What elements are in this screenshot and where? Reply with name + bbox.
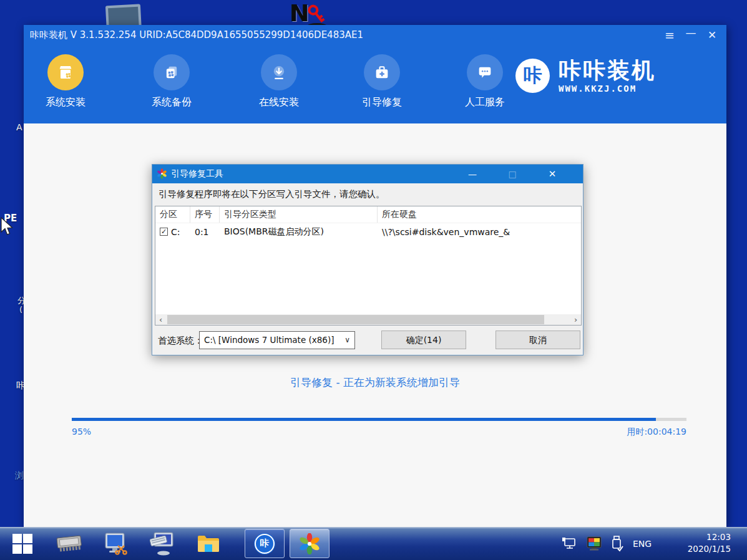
clock-date: 2020/1/15 (656, 543, 731, 555)
brand-site: WWW.KKZJ.COM (559, 84, 656, 94)
desktop-label-fragment: ( (19, 305, 22, 314)
desktop-label-fragment: A (16, 122, 22, 132)
nav-label: 引导修复 (343, 96, 421, 109)
nav-header: 系统安装 系统备份 (24, 45, 726, 123)
scroll-right-icon[interactable]: › (570, 314, 581, 325)
download-icon (261, 54, 297, 90)
partition-disk: \\?\scsi#disk&ven_vmware_& (378, 227, 581, 237)
chevron-down-icon: ∨ (344, 336, 350, 344)
elapsed-time: 用时:00:04:19 (627, 427, 686, 438)
taskbar: 咔 (0, 527, 747, 560)
taskbar-keyboard-pc-icon[interactable] (145, 527, 181, 560)
dialog-bottom-bar: 首选系统： C:\ [Windows 7 Ultimate (x86)] ∨ 确… (152, 326, 583, 355)
nav-label: 在线安装 (240, 96, 318, 109)
partition-index: 0:1 (190, 227, 220, 237)
kaka-badge-icon: 咔 (515, 59, 550, 93)
dialog-close-button[interactable]: ✕ (542, 165, 563, 183)
clock-time: 12:03 (656, 531, 731, 543)
column-header[interactable]: 分区 (155, 206, 190, 223)
minimize-button[interactable]: — (681, 25, 700, 45)
language-indicator[interactable]: ENG (633, 527, 652, 560)
partition-type: BIOS(MBR磁盘启动分区) (220, 226, 378, 238)
backup-copies-icon (154, 54, 190, 90)
nav-label: 系统备份 (133, 96, 210, 109)
close-button[interactable]: ✕ (703, 25, 721, 45)
nav-boot-repair[interactable]: 引导修复 (343, 54, 421, 109)
dialog-title: 引导修复工具 (171, 168, 223, 180)
progress-percent: 95% (72, 427, 91, 438)
display-color-tray-icon[interactable] (585, 527, 603, 560)
listview-header: 分区 序号 引导分区类型 所在硬盘 (155, 206, 581, 223)
cancel-button[interactable]: 取消 (496, 331, 580, 349)
menu-icon[interactable]: ≡ (660, 25, 679, 45)
install-box-icon (47, 54, 84, 90)
repair-kit-icon (364, 54, 400, 90)
preferred-system-label: 首选系统： (158, 335, 203, 347)
nav-label: 系统安装 (27, 96, 104, 109)
windows-logo-icon (12, 534, 32, 554)
progress-bar (72, 418, 686, 421)
scrollbar-thumb[interactable] (167, 315, 544, 324)
taskbar-boot-repair-button[interactable] (290, 529, 330, 558)
app-titlebar[interactable]: 咔咔装机 V 3.1.532.254 URID:A5C84DD9A1655055… (24, 25, 726, 45)
column-header[interactable]: 引导分区类型 (220, 206, 378, 223)
network-tray-icon[interactable] (560, 527, 578, 560)
nav-human-service[interactable]: 人工服务 (446, 54, 524, 109)
pinwheel-icon (157, 168, 167, 179)
usb-tray-icon[interactable] (610, 527, 624, 560)
preferred-system-value: C:\ [Windows 7 Ultimate (x86)] (204, 335, 340, 345)
taskbar-file-explorer-icon[interactable] (192, 527, 225, 560)
dialog-message: 引导修复程序即将在以下分区写入引导文件，请您确认。 (159, 188, 385, 200)
partition-row[interactable]: ✓ C: 0:1 BIOS(MBR磁盘启动分区) \\?\scsi#disk&v… (155, 223, 581, 240)
nav-system-backup[interactable]: 系统备份 (133, 54, 210, 109)
preferred-system-select[interactable]: C:\ [Windows 7 Ultimate (x86)] ∨ (199, 331, 355, 349)
nav-online-install[interactable]: 在线安装 (240, 54, 318, 109)
partition-listview: 分区 序号 引导分区类型 所在硬盘 ✓ C: 0:1 BIOS(MBR磁盘启动分… (155, 206, 582, 326)
partition-name: C: (171, 227, 180, 237)
pinwheel-icon (299, 533, 320, 554)
app-title: 咔咔装机 V 3.1.532.254 URID:A5C84DD9A1655055… (30, 29, 363, 41)
taskbar-display-tool-icon[interactable] (99, 527, 134, 560)
boot-repair-dialog: 引导修复工具 — □ ✕ 引导修复程序即将在以下分区写入引导文件，请您确认。 分… (152, 164, 583, 355)
desktop-computer-icon[interactable] (94, 0, 151, 25)
progress-fill (72, 418, 656, 421)
column-header[interactable]: 所在硬盘 (378, 206, 581, 223)
taskbar-clock[interactable]: 12:03 2020/1/15 (656, 531, 731, 555)
partition-checkbox[interactable]: ✓ (160, 228, 168, 236)
brand-name: 咔咔装机 (559, 59, 656, 82)
dialog-minimize-button[interactable]: — (462, 165, 483, 183)
status-text: 引导修复 - 正在为新装系统增加引导 (24, 375, 726, 390)
brand-logo: 咔 咔咔装机 WWW.KKZJ.COM (515, 59, 656, 94)
nav-system-install[interactable]: 系统安装 (27, 54, 104, 109)
dialog-maximize-button[interactable]: □ (502, 165, 523, 183)
ok-button[interactable]: 确定(14) (381, 331, 466, 349)
desktop-label-fragment: 浏 (15, 470, 24, 481)
dialog-titlebar[interactable]: 引导修复工具 — □ ✕ (152, 165, 583, 183)
column-header[interactable]: 序号 (190, 206, 220, 223)
nav-label: 人工服务 (446, 96, 524, 109)
mouse-cursor (0, 217, 14, 237)
kaka-badge-icon: 咔 (255, 534, 275, 554)
taskbar-kaka-app-button[interactable]: 咔 (245, 529, 285, 558)
taskbar-ramdisk-icon[interactable] (51, 527, 87, 560)
horizontal-scrollbar[interactable]: ‹ › (155, 314, 581, 325)
progress-section: 95% 用时:00:04:19 (72, 418, 686, 438)
chat-bubble-icon (467, 54, 503, 90)
start-button[interactable] (6, 527, 39, 560)
desktop: N A PE 分 ( 咔 浏 咔咔装机 V 3.1.532.254 URID:A… (0, 0, 747, 560)
scroll-left-icon[interactable]: ‹ (155, 314, 166, 325)
